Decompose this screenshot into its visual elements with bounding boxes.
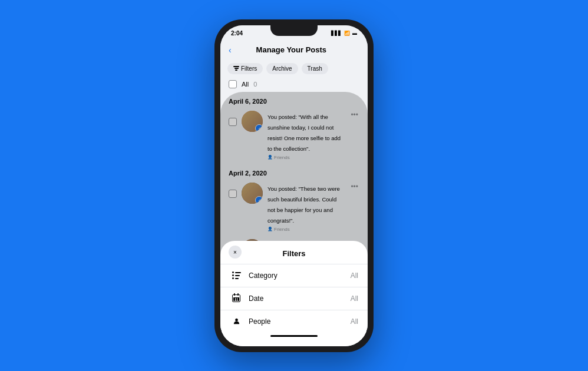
bottom-sheet-header: × Filters bbox=[220, 241, 368, 264]
date-icon bbox=[230, 294, 243, 302]
archive-button[interactable]: Archive bbox=[266, 63, 298, 74]
bottom-sheet-title: Filters bbox=[282, 249, 305, 258]
wifi-icon: 📶 bbox=[344, 31, 350, 36]
category-label: Category bbox=[249, 271, 351, 280]
filter-option-category[interactable]: Category All bbox=[220, 264, 368, 287]
select-all-row: All 0 bbox=[220, 77, 368, 92]
filters-button[interactable]: Filters bbox=[227, 63, 263, 74]
trash-button[interactable]: Trash bbox=[302, 63, 328, 74]
svg-point-0 bbox=[235, 319, 238, 322]
toolbar: Filters Archive Trash bbox=[220, 61, 368, 77]
archive-label: Archive bbox=[272, 65, 292, 72]
phone-frame: 2:04 ▋▋▋ 📶 ▬ ‹ Manage Your Posts bbox=[214, 19, 374, 352]
close-button[interactable]: × bbox=[229, 246, 242, 259]
phone-screen: 2:04 ▋▋▋ 📶 ▬ ‹ Manage Your Posts bbox=[220, 25, 368, 346]
content-area: April 6, 2020 ✓ You posted: "With all th… bbox=[220, 92, 368, 346]
close-icon: × bbox=[233, 249, 237, 256]
filter-option-date[interactable]: Date All bbox=[220, 287, 368, 310]
nav-bar: ‹ Manage Your Posts bbox=[220, 39, 368, 61]
trash-label: Trash bbox=[308, 65, 322, 72]
notch bbox=[270, 25, 318, 36]
bottom-sheet: × Filters bbox=[220, 241, 368, 346]
category-value: All bbox=[351, 271, 358, 280]
status-icons: ▋▋▋ 📶 ▬ bbox=[331, 31, 357, 36]
people-icon bbox=[230, 317, 243, 325]
people-value: All bbox=[351, 317, 358, 326]
signal-icon: ▋▋▋ bbox=[331, 31, 342, 36]
page-title: Manage Your Posts bbox=[236, 45, 346, 54]
battery-icon: ▬ bbox=[352, 31, 357, 36]
filters-label: Filters bbox=[241, 65, 257, 72]
home-indicator bbox=[270, 335, 318, 337]
date-label: Date bbox=[249, 294, 351, 303]
status-time: 2:04 bbox=[231, 30, 243, 37]
date-value: All bbox=[351, 294, 358, 303]
back-button[interactable]: ‹ bbox=[229, 45, 232, 55]
select-count: 0 bbox=[253, 81, 257, 88]
filter-option-people[interactable]: People All bbox=[220, 310, 368, 333]
filter-lines-icon bbox=[233, 66, 239, 71]
category-icon bbox=[230, 271, 243, 279]
people-label: People bbox=[249, 317, 351, 326]
select-all-label: All bbox=[242, 81, 249, 88]
select-all-checkbox[interactable] bbox=[229, 80, 237, 88]
